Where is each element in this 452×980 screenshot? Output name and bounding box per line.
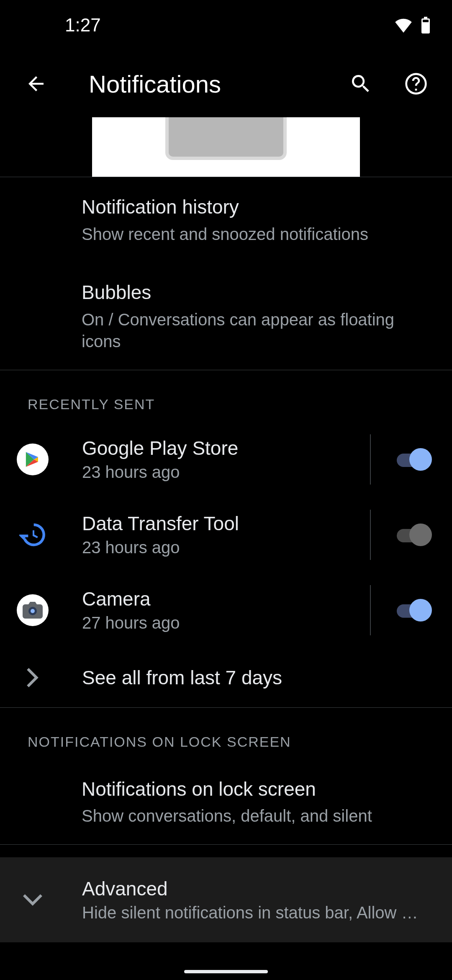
app-notification-item-play-store[interactable]: Google Play Store 23 hours ago	[0, 422, 452, 497]
chevron-right-icon	[21, 668, 44, 687]
wifi-icon	[394, 18, 413, 33]
help-button[interactable]	[401, 69, 431, 99]
item-subtitle: Show recent and snoozed notifications	[82, 223, 432, 245]
svg-point-5	[31, 609, 35, 613]
app-time: 27 hours ago	[82, 614, 349, 632]
app-notification-item-camera[interactable]: Camera 27 hours ago	[0, 573, 452, 648]
item-subtitle: On / Conversations can appear as floatin…	[82, 309, 432, 352]
restore-icon	[17, 519, 49, 551]
item-title: Notifications on lock screen	[82, 777, 432, 802]
item-title: Notification history	[82, 195, 432, 220]
camera-icon	[17, 594, 49, 626]
advanced-title: Advanced	[82, 877, 425, 900]
search-button[interactable]	[346, 69, 376, 99]
recently-sent-header: RECENTLY SENT	[0, 370, 452, 422]
notification-history-item[interactable]: Notification history Show recent and sno…	[0, 177, 452, 263]
app-notification-item-data-transfer[interactable]: Data Transfer Tool 23 hours ago	[0, 497, 452, 573]
svg-rect-2	[423, 20, 429, 22]
item-subtitle: Show conversations, default, and silent	[82, 805, 432, 827]
toggle-camera[interactable]	[392, 598, 432, 622]
chevron-down-icon	[21, 894, 44, 906]
see-all-label: See all from last 7 days	[82, 666, 282, 689]
item-title: Bubbles	[82, 280, 432, 305]
page-title: Notifications	[89, 70, 321, 98]
toggle-data-transfer[interactable]	[392, 523, 432, 547]
divider	[370, 510, 371, 560]
back-button[interactable]	[21, 69, 51, 99]
toggle-play-store[interactable]	[392, 448, 432, 471]
divider	[370, 585, 371, 635]
bubbles-item[interactable]: Bubbles On / Conversations can appear as…	[0, 263, 452, 370]
see-all-button[interactable]: See all from last 7 days	[0, 648, 452, 707]
advanced-subtitle: Hide silent notifications in status bar,…	[82, 903, 425, 922]
app-name: Camera	[82, 588, 349, 610]
svg-rect-1	[424, 17, 427, 19]
battery-icon	[420, 17, 431, 34]
status-bar: 1:27	[0, 0, 452, 50]
app-time: 23 hours ago	[82, 463, 349, 482]
app-name: Google Play Store	[82, 437, 349, 459]
app-name: Data Transfer Tool	[82, 512, 349, 535]
app-time: 23 hours ago	[82, 538, 349, 557]
status-time: 1:27	[65, 15, 101, 36]
notification-preview-illustration	[0, 117, 452, 177]
lock-screen-header: NOTIFICATIONS ON LOCK SCREEN	[0, 708, 452, 759]
lock-screen-notifications-item[interactable]: Notifications on lock screen Show conver…	[0, 759, 452, 845]
advanced-expander[interactable]: Advanced Hide silent notifications in st…	[0, 857, 452, 942]
navigation-handle[interactable]	[184, 970, 268, 973]
divider	[370, 434, 371, 485]
app-bar: Notifications	[0, 50, 452, 117]
play-store-icon	[17, 444, 49, 475]
